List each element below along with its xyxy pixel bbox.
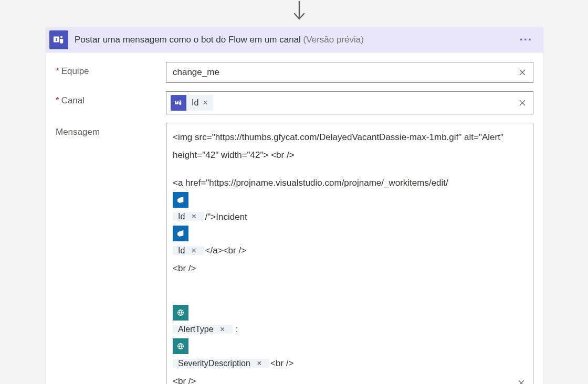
flow-arrow-icon [293, 1, 306, 23]
message-text-seg3: /">Incident [205, 211, 247, 221]
card-title-suffix: (Versão prévia) [303, 35, 364, 45]
teams-token-icon: T [171, 95, 186, 111]
message-text-seg8: <br /> [173, 372, 528, 384]
globe-token-icon [173, 305, 188, 321]
token-remove[interactable]: × [257, 359, 267, 368]
teams-icon: T [49, 30, 68, 49]
message-token-severity[interactable]: SeverityDescription × [173, 338, 528, 368]
vsts-token-icon [173, 226, 188, 241]
card-header[interactable]: T Postar uma mensagem como o bot do Flow… [46, 27, 543, 52]
team-clear-button[interactable] [515, 65, 530, 80]
svg-point-2 [60, 36, 62, 38]
message-text-seg5: <br /> [173, 260, 528, 278]
team-label: *Equipe [56, 62, 166, 77]
token-remove[interactable]: × [192, 246, 202, 255]
channel-token-id[interactable]: T Id × [171, 95, 213, 111]
vsts-token-icon [173, 192, 188, 208]
message-text-seg7: <br /> [270, 358, 293, 368]
svg-text:T: T [55, 37, 58, 42]
card-title: Postar uma mensagem como o bot do Flow e… [75, 35, 364, 45]
message-text-seg6: : [234, 324, 240, 334]
message-label: Mensagem [56, 123, 166, 137]
token-remove[interactable]: × [220, 325, 230, 334]
channel-input[interactable]: T Id × [166, 91, 533, 114]
message-text-seg4: </a><br /> [205, 246, 246, 255]
message-text-seg2: <a href="https://projname.visualstudio.c… [173, 178, 448, 188]
svg-point-5 [180, 100, 181, 102]
message-clear-button[interactable] [514, 376, 529, 384]
message-text-seg1: <img src="https://thumbs.gfycat.com/Dela… [173, 129, 528, 164]
channel-clear-button[interactable] [515, 95, 530, 110]
channel-token-remove[interactable]: × [203, 98, 213, 108]
channel-label: *Canal [56, 91, 166, 106]
message-token-alerttype[interactable]: AlertType × [173, 305, 528, 334]
team-input-value[interactable]: change_me [170, 65, 512, 80]
action-card: T Postar uma mensagem como o bot do Flow… [46, 27, 543, 384]
token-remove[interactable]: × [192, 212, 202, 221]
card-menu-button[interactable]: ··· [516, 34, 537, 46]
globe-token-icon [173, 338, 188, 354]
message-input[interactable]: <img src="https://thumbs.gfycat.com/Dela… [166, 123, 533, 384]
team-input[interactable]: change_me [166, 62, 533, 83]
